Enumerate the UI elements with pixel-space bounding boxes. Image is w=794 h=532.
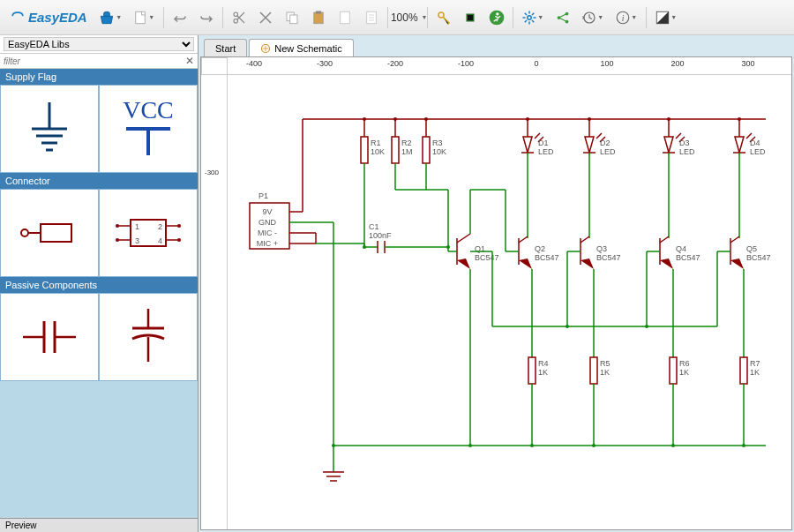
page-button-2[interactable]	[359, 5, 384, 30]
key-icon	[436, 10, 452, 26]
document-plain-icon	[337, 10, 353, 26]
component-connector-1[interactable]	[0, 189, 99, 277]
category-passive[interactable]: Passive Components	[0, 277, 198, 293]
component-R4: R41K	[528, 357, 549, 446]
svg-text:1: 1	[135, 222, 139, 231]
svg-text:R7: R7	[750, 359, 760, 368]
category-connector[interactable]: Connector	[0, 173, 198, 189]
svg-text:BC547: BC547	[535, 253, 559, 262]
svg-text:9V: 9V	[262, 207, 272, 216]
svg-text:1K: 1K	[538, 368, 548, 377]
svg-text:Q5: Q5	[746, 244, 757, 253]
schematic-canvas[interactable]: R110K R21M R310K D1LED D2LED D3LED	[228, 75, 791, 529]
paste-button[interactable]	[306, 5, 331, 30]
delete-button[interactable]	[253, 5, 278, 30]
svg-rect-74	[392, 137, 399, 163]
logo-icon	[9, 9, 26, 26]
svg-point-13	[496, 12, 498, 15]
svg-text:LED: LED	[750, 147, 766, 156]
component-R3: R310K	[423, 137, 446, 190]
svg-text:D2: D2	[600, 139, 610, 147]
svg-text:BC547: BC547	[676, 253, 700, 262]
component-capacitor-1[interactable]	[0, 293, 99, 381]
gnd-symbol	[323, 472, 344, 481]
redo-button[interactable]	[194, 5, 219, 30]
svg-text:1K: 1K	[600, 368, 610, 377]
new-button[interactable]: ▼	[128, 5, 160, 30]
component-connector-2[interactable]: 1324	[99, 189, 198, 277]
svg-text:Q3: Q3	[596, 244, 607, 253]
component-vcc[interactable]: VCC	[99, 85, 198, 173]
svg-point-63	[393, 117, 397, 121]
filter-clear-button[interactable]: ✕	[185, 55, 194, 67]
svg-text:R4: R4	[538, 359, 549, 368]
share-button[interactable]	[551, 5, 575, 30]
library-selector[interactable]: EasyEDA Libs	[0, 35, 198, 54]
svg-point-12	[489, 10, 504, 25]
component-gnd[interactable]	[0, 85, 99, 173]
svg-rect-11	[468, 15, 473, 20]
svg-text:BC547: BC547	[475, 253, 499, 262]
component-Q5: Q5 BC547	[717, 236, 771, 357]
chip-icon	[462, 10, 478, 26]
svg-rect-0	[136, 11, 146, 24]
svg-text:Q2: Q2	[535, 244, 545, 253]
scissors-cut-icon	[258, 10, 273, 26]
svg-point-62	[363, 117, 366, 121]
svg-point-182	[742, 444, 745, 447]
svg-rect-78	[423, 137, 430, 163]
sidebar: EasyEDA Libs ✕ Supply Flag VCC Connector…	[0, 35, 198, 532]
main-toolbar: EasyEDA ▼ ▼ 100%▼ ▼ ▼ i▼ ▼	[0, 0, 794, 35]
svg-text:D4: D4	[750, 139, 760, 147]
library-dropdown[interactable]: EasyEDA Libs	[4, 37, 194, 51]
tab-schematic[interactable]: New Schematic	[249, 39, 353, 56]
key-button[interactable]	[431, 5, 456, 30]
svg-text:1K: 1K	[679, 368, 689, 377]
category-supply-flag[interactable]: Supply Flag	[0, 69, 198, 85]
component-capacitor-2[interactable]	[99, 293, 198, 381]
copy-button[interactable]	[280, 5, 304, 30]
schematic-icon	[260, 43, 271, 54]
svg-point-66	[588, 117, 591, 121]
component-C1: C1 100nF	[364, 222, 448, 253]
svg-text:10K: 10K	[371, 147, 385, 156]
component-P1: P1 9V GND MIC - MIC +	[250, 191, 333, 249]
undo-button[interactable]	[168, 5, 192, 30]
svg-text:1K: 1K	[750, 368, 760, 377]
svg-point-179	[530, 444, 534, 447]
theme-button[interactable]: ▼	[650, 5, 682, 30]
page-button-1[interactable]	[333, 5, 357, 30]
svg-rect-7	[340, 11, 349, 24]
svg-text:P1: P1	[258, 191, 268, 200]
svg-rect-168	[670, 357, 677, 384]
preview-panel-tab[interactable]: Preview	[0, 518, 198, 532]
info-button[interactable]: i▼	[610, 5, 642, 30]
svg-point-68	[738, 117, 741, 121]
svg-rect-5	[313, 12, 323, 24]
svg-rect-32	[41, 224, 71, 242]
svg-text:GND: GND	[258, 218, 277, 227]
settings-button[interactable]: ▼	[517, 5, 549, 30]
run-button[interactable]	[484, 5, 509, 30]
copy-icon	[284, 10, 300, 26]
svg-text:Q4: Q4	[676, 244, 686, 253]
component-R5: R51K	[590, 357, 610, 446]
svg-text:3: 3	[135, 236, 139, 245]
chip-button[interactable]	[458, 5, 483, 30]
zoom-dropdown[interactable]: 100%▼	[392, 5, 423, 30]
file-button[interactable]: ▼	[94, 5, 126, 30]
svg-line-136	[581, 236, 589, 243]
svg-text:LED: LED	[600, 147, 616, 156]
component-R7: R71K	[740, 357, 760, 446]
cut-button[interactable]	[227, 5, 251, 30]
tab-start[interactable]: Start	[204, 39, 247, 56]
svg-text:R2: R2	[401, 139, 412, 147]
filter-input[interactable]	[4, 56, 185, 66]
component-Q3: Q3 BC547	[567, 236, 621, 357]
tab-bar: Start New Schematic	[200, 37, 792, 56]
redo-icon	[198, 10, 214, 26]
svg-point-39	[177, 224, 181, 228]
history-button[interactable]: ▼	[577, 5, 609, 30]
svg-point-67	[667, 117, 670, 121]
svg-point-64	[424, 117, 428, 121]
